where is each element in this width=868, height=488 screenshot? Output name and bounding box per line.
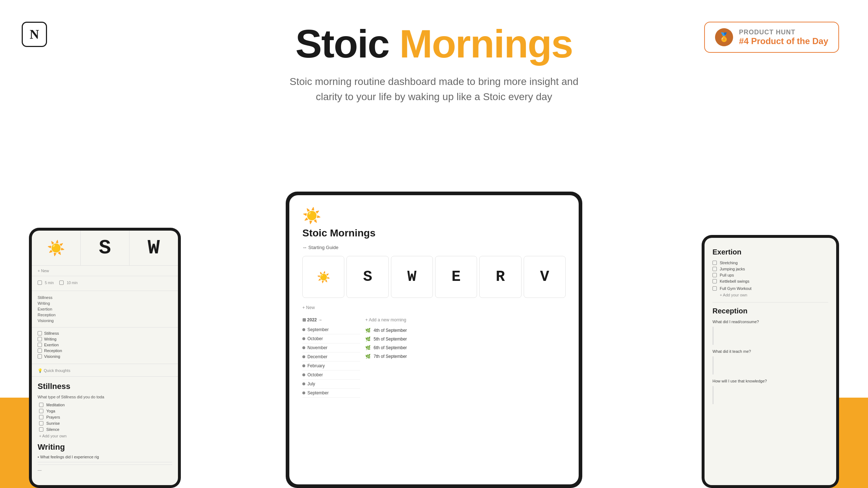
cb-jumping-jacks[interactable] [712,267,717,271]
cal-month-july[interactable]: July [302,380,360,389]
writing-line-2 [38,465,172,465]
cl-exertion: Exertion [38,343,172,347]
tablet-left: ☀️ S W + New 5 min [29,228,181,488]
cal-month-october[interactable]: October [302,334,360,343]
cal-dot-july [302,382,305,385]
morning-entry-4[interactable]: 🌿 7th of September [365,352,566,361]
sidebar-stillness[interactable]: Stillness [38,295,172,300]
reception-q2: What did it teach me? [712,349,828,354]
swerv-letter-r: R [496,268,505,286]
add-morning-btn[interactable]: + Add a new morning [365,317,566,322]
swerv-w-cell[interactable]: W [391,256,433,298]
cal-month-october2[interactable]: October [302,371,360,380]
right-add-own[interactable]: + Add your own [712,293,828,297]
page-title: Stoic Mornings [0,22,868,65]
checkbox-5min[interactable] [38,281,42,285]
left-sidebar: Stillness Writing Exertion Reception Vis… [32,291,178,328]
right-divider [712,302,828,303]
starting-guide[interactable]: ↔ Starting Guide [302,245,566,250]
cb-reception[interactable] [38,348,42,353]
swerv-e-cell[interactable]: E [435,256,477,298]
meditation-list: Meditation Yoga Prayers Sunrise [39,403,172,438]
mornings-panel: + Add a new morning 🌿 4th of September 🌿… [365,317,566,440]
swerv-v-cell[interactable]: V [524,256,566,298]
center-sun-icon: ☀️ [302,207,566,224]
left-new-btn[interactable]: + New [32,266,178,276]
swerv-grid: ☀️ S W E R V [302,256,566,298]
title-mornings: Mornings [399,21,573,66]
cal-dot-sep2 [302,391,305,394]
cb-writing[interactable] [38,337,42,341]
morning-entry-2[interactable]: 🌿 5th of September [365,335,566,343]
cal-month-september2[interactable]: September [302,389,360,398]
cb-sunrise[interactable] [39,421,43,425]
swerv-s-cell[interactable]: S [346,256,388,298]
sun-icon: ☀️ [47,240,65,257]
cb-full-gym[interactable] [712,286,717,291]
right-full-gym: Full Gym Workout [712,286,828,291]
cal-month-november[interactable]: November [302,343,360,352]
add-own-btn[interactable]: + Add your own [39,434,172,438]
reception-line-3 [712,386,714,404]
cal-dot-sep [302,328,305,331]
cl-stillness: Stillness [38,331,172,335]
reception-q1: What did I read/consume? [712,320,828,324]
reception-title: Reception [712,307,828,315]
sidebar-writing[interactable]: Writing [38,300,172,306]
cb-stretching[interactable] [712,261,717,265]
center-new-btn[interactable]: + New [302,303,566,312]
page-header: Stoic Mornings Stoic morning routine das… [0,0,868,104]
swerv-letter-e: E [452,268,461,286]
sidebar-visioning[interactable]: Visioning [38,318,172,324]
cb-stillness[interactable] [38,331,42,335]
left-icon-row: ☀️ S W [32,231,178,266]
reception-line-1 [712,327,714,345]
left-main-content: Stillness What type of Stillness did you… [32,377,178,477]
dash-text: — [38,468,172,472]
left-w-cell: W [129,231,178,265]
swerv-sun-cell: ☀️ [302,256,344,298]
item-sunrise: Sunrise [39,421,172,425]
label-10min: 10 min [67,281,77,285]
item-silence: Silence [39,427,172,432]
swerv-sun-icon: ☀️ [317,271,330,283]
morning-entry-3[interactable]: 🌿 6th of September [365,343,566,352]
letter-s: S [99,236,111,260]
cal-month-december[interactable]: December [302,352,360,361]
cb-kettlebell[interactable] [712,279,717,283]
sidebar-exertion[interactable]: Exertion [38,306,172,312]
screenshots-container: ☀️ S W + New 5 min [0,181,868,488]
check-10min: 10 min [59,281,77,285]
cl-reception: Reception [38,348,172,353]
item-meditation: Meditation [39,403,172,407]
calendar-panel: ⊞ 2022 → September October November [302,317,360,440]
entry-icon-1: 🌿 [365,328,371,333]
cb-pull-ups[interactable] [712,273,717,277]
writing-question: • What feelings did I experience rig [38,455,172,459]
cal-dot-oct [302,337,305,340]
cb-yoga[interactable] [39,409,43,413]
label-5min: 5 min [45,281,54,285]
tablet-left-inner: ☀️ S W + New 5 min [32,231,178,485]
cal-year: ⊞ 2022 → [302,317,360,322]
left-checklist: 5 min 10 min [32,276,178,291]
cb-prayers[interactable] [39,415,43,419]
item-yoga: Yoga [39,409,172,413]
cb-exertion[interactable] [38,343,42,347]
tablet-right: Exertion Stretching Jumping jacks Pull u… [702,235,839,488]
cal-month-september[interactable]: September [302,325,360,334]
morning-entry-1[interactable]: 🌿 4th of September [365,326,566,335]
entry-icon-2: 🌿 [365,337,371,342]
cb-silence[interactable] [39,427,43,432]
swerv-letter-s: S [363,268,372,286]
cb-visioning[interactable] [38,354,42,359]
swerv-r-cell[interactable]: R [479,256,521,298]
cb-meditation[interactable] [39,403,43,407]
cl-visioning: Visioning [38,354,172,359]
writing-title: Writing [38,442,172,452]
checkbox-10min[interactable] [59,281,64,285]
right-separator-1: Full Gym Workout + Add your own [712,286,828,297]
cal-month-february[interactable]: February [302,361,360,371]
sidebar-reception[interactable]: Reception [38,312,172,318]
page-subtitle: Stoic morning routine dashboard made to … [0,74,868,104]
